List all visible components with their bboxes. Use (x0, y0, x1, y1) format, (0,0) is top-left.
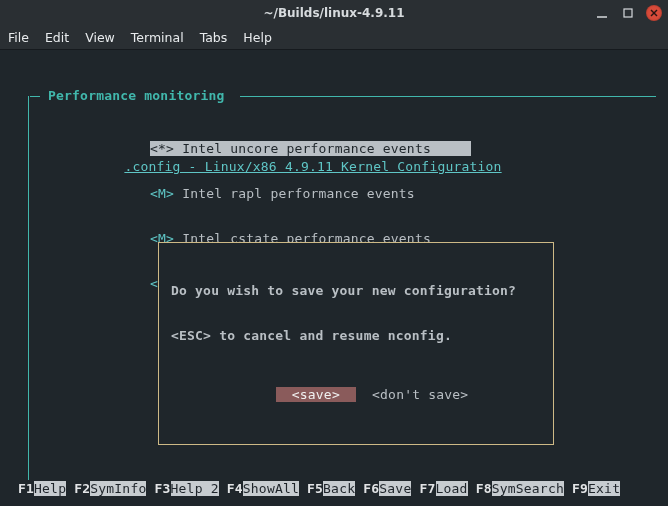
app-menubar: File Edit View Terminal Tabs Help (0, 26, 668, 50)
menu-view[interactable]: View (85, 30, 115, 45)
section-border-left (28, 96, 29, 480)
save-dialog: Do you wish to save your new configurati… (158, 242, 554, 445)
fkey[interactable]: F2 (74, 481, 90, 496)
window-controls (594, 0, 662, 26)
menu-tabs[interactable]: Tabs (200, 30, 228, 45)
maximize-icon[interactable] (620, 5, 636, 21)
fkey[interactable]: F1 (18, 481, 34, 496)
terminal[interactable]: .config - Linux/x86 4.9.11 Kernel Config… (0, 50, 668, 506)
fkey[interactable]: F5 (307, 481, 323, 496)
fkey[interactable]: F6 (363, 481, 379, 496)
menu-terminal[interactable]: Terminal (131, 30, 184, 45)
dialog-buttons: <save> <don't save> (171, 387, 541, 402)
fkey-label[interactable]: Back (323, 481, 355, 496)
fkey-label[interactable]: SymSearch (492, 481, 564, 496)
window-titlebar: ~/Builds/linux-4.9.11 (0, 0, 668, 26)
fkey-label[interactable]: Load (436, 481, 468, 496)
fkey-label[interactable]: Help (34, 481, 66, 496)
window-title: ~/Builds/linux-4.9.11 (263, 6, 404, 20)
fkey-label[interactable]: Help 2 (171, 481, 219, 496)
section-heading: Performance monitoring (48, 88, 225, 103)
list-item[interactable]: <*> Intel uncore performance events (150, 141, 495, 156)
dialog-line1: Do you wish to save your new configurati… (171, 283, 541, 298)
fkey[interactable]: F7 (419, 481, 435, 496)
section-border-top: Performance monitoring (24, 88, 656, 103)
svg-rect-1 (624, 9, 632, 17)
fkey-label[interactable]: ShowAll (243, 481, 299, 496)
menu-help[interactable]: Help (243, 30, 272, 45)
fkey[interactable]: F9 (572, 481, 588, 496)
close-icon[interactable] (646, 5, 662, 21)
save-button[interactable]: <save> (276, 387, 356, 402)
fkey-label[interactable]: SymInfo (90, 481, 146, 496)
minimize-icon[interactable] (594, 5, 610, 21)
fkey[interactable]: F4 (227, 481, 243, 496)
fkey-label[interactable]: Exit (588, 481, 620, 496)
dont-save-button[interactable]: <don't save> (372, 387, 468, 402)
menu-file[interactable]: File (8, 30, 29, 45)
dialog-line2: <ESC> to cancel and resume nconfig. (171, 328, 541, 343)
fkey[interactable]: F3 (154, 481, 170, 496)
list-item[interactable]: <M> Intel rapl performance events (150, 186, 495, 201)
menu-edit[interactable]: Edit (45, 30, 69, 45)
fkey-bar: F1Help F2SymInfo F3Help 2 F4ShowAll F5Ba… (18, 481, 664, 496)
fkey-label[interactable]: Save (379, 481, 411, 496)
fkey[interactable]: F8 (476, 481, 492, 496)
